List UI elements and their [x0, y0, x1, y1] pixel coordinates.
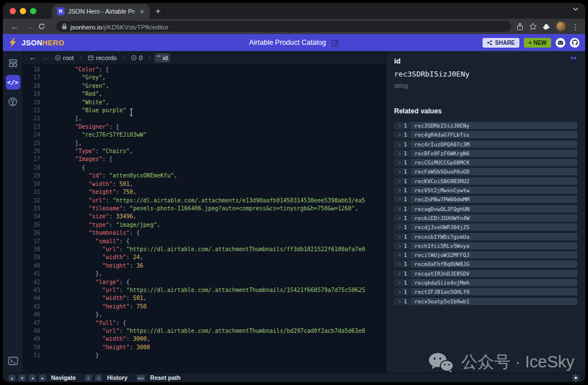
code-line[interactable]: 43 "url": "https://dl.airtable.com/.atta… [23, 286, 386, 294]
code-line[interactable]: 34 "size": 33496, [23, 213, 386, 221]
related-value-row[interactable]: ›1rech1fci5RLv5Wuya [394, 242, 577, 249]
tree-view-icon[interactable] [6, 94, 20, 109]
related-value-row[interactable]: ›1recVSt2jMwxnCywtw [394, 187, 577, 194]
jsonhero-logo[interactable]: JSONHERO [9, 38, 64, 47]
code-line[interactable]: 40 "height": 36 [23, 262, 386, 270]
breadcrumb-item-records[interactable]: records [86, 53, 119, 62]
code-line[interactable]: 33 "filename": "pexels-photo-1166406.jpe… [23, 205, 386, 213]
tab-close-icon[interactable]: × [138, 7, 145, 16]
address-bar[interactable]: jsonhero.io/j/KD5KVstvTPfk/editor [56, 21, 511, 32]
related-value-row[interactable]: ›1recBFo9FzF6WKrgN6 [394, 150, 577, 157]
code-line[interactable]: 50 "height": 3000 [23, 344, 386, 352]
code-line[interactable]: 16 "Color": [ [23, 66, 386, 74]
code-line[interactable]: 18 "Green", [23, 82, 386, 90]
code-line[interactable]: 45 "height": 750 [23, 303, 386, 311]
code-line[interactable]: 27 "Images": [ [23, 155, 386, 163]
code-line[interactable]: 24 "recJ76rS7fEJi03wW" [23, 131, 386, 139]
code-line[interactable]: 42 "large": { [23, 278, 386, 286]
related-value-row[interactable]: ›1recKVCoiSBG9B3RU2 [394, 177, 577, 185]
related-value-row[interactable]: ›1recCGiMUCCGp68MCK [394, 159, 577, 166]
code-line[interactable]: 36 "thumbnails": { [23, 229, 386, 237]
related-value-row[interactable]: ›1rec4rIuzOPQA07c3M [394, 141, 577, 148]
new-tab-button[interactable]: + [155, 6, 160, 16]
code-line[interactable]: 47 "full": { [23, 319, 386, 327]
related-value-row[interactable]: ›1recqkdaSiie4njMmh [394, 279, 577, 286]
related-value-row[interactable]: ›1recx5eatp5eIb9wb1 [394, 298, 577, 305]
code-line[interactable]: 51 } [23, 352, 386, 359]
code-line[interactable]: 29 "id": "atten0ycxONEmeKfu", [23, 172, 386, 180]
terminal-icon[interactable] [6, 353, 20, 368]
discord-icon[interactable] [556, 38, 565, 48]
related-value-row[interactable]: ›1recagDvwOLJFQghUN [394, 205, 577, 213]
line-number: 40 [23, 262, 40, 270]
breadcrumb-item-0[interactable]: 0 [129, 53, 145, 62]
related-value-row[interactable]: ›1recdjJvoUWPJ04jZS [394, 223, 577, 231]
related-value-row[interactable]: ›1recmXaFhfBq0UW8JG [394, 260, 577, 268]
code-line[interactable]: 23 "Designer": [ [23, 123, 386, 131]
related-record-id: recx5eatp5eIb9wb1 [411, 298, 577, 305]
share-page-icon[interactable] [517, 23, 523, 31]
edit-title-icon[interactable] [332, 39, 339, 46]
new-document-button[interactable]: + NEW [524, 38, 551, 48]
code-line[interactable]: 22 ], [23, 115, 386, 122]
line-content: }, [48, 311, 102, 319]
line-number: 41 [23, 270, 40, 278]
extensions-puzzle-icon[interactable] [543, 23, 551, 31]
related-value-row[interactable]: ›1rectIFJB1ao5OHLf0 [394, 288, 577, 295]
arrow-right-key-icon: ▶ [39, 375, 46, 381]
related-record-id: recmXaFhfBq0UW8JG [411, 260, 577, 268]
code-line[interactable]: 48 "url": "https://dl.airtable.com/.atta… [23, 327, 386, 335]
code-line[interactable]: 30 "width": 501, [23, 180, 386, 188]
bookmark-star-icon[interactable] [529, 23, 537, 30]
path-forward-button[interactable]: → [41, 53, 48, 62]
theme-toggle-icon[interactable] [572, 374, 579, 382]
code-line[interactable]: 20 "White", [23, 99, 386, 107]
browser-tab[interactable]: R JSON Hero - Airtable Product C × [52, 4, 150, 19]
code-line[interactable]: 39 "width": 24, [23, 253, 386, 261]
forward-button[interactable]: → [23, 22, 36, 31]
related-value-row[interactable]: ›1rec3SDRbI5izJ0ENy [394, 122, 577, 129]
code-line[interactable]: 17 "Grey", [23, 74, 386, 82]
code-line[interactable]: 25 ], [23, 139, 386, 147]
column-view-icon[interactable] [6, 56, 20, 70]
code-line[interactable]: 49 "width": 3000, [23, 335, 386, 343]
tab-search-chevron-icon[interactable] [573, 7, 578, 11]
profile-avatar[interactable] [556, 22, 566, 31]
code-line[interactable]: 46 }, [23, 311, 386, 319]
code-line[interactable]: 28 { [23, 164, 386, 172]
related-value-row[interactable]: ›1recbiEDrJOXHWfn4W [394, 214, 577, 222]
breadcrumb-item-id[interactable]: “id [155, 53, 170, 62]
code-line[interactable]: 41 }, [23, 270, 386, 278]
back-button[interactable]: ← [9, 22, 21, 31]
json-view-icon[interactable]: </> [6, 75, 20, 90]
related-record-id: recVSt2jMwxnCywtw [411, 187, 577, 194]
related-value-row[interactable]: ›1recZnPBw7PW80dmMM [394, 196, 577, 203]
line-number: 19 [23, 90, 40, 98]
json-editor[interactable]: 16 "Color": [17 "Grey",18 "Green",19 "Re… [23, 64, 386, 373]
chevron-right-icon: › [394, 132, 404, 138]
code-line[interactable]: 19 "Red", [23, 90, 386, 98]
code-line[interactable]: 21 "Blue purple" [23, 107, 386, 115]
code-line[interactable]: 32 "url": "https://dl.airtable.com/.atta… [23, 197, 386, 205]
code-line[interactable]: 37 "small": { [23, 238, 386, 246]
code-line[interactable]: 31 "height": 750, [23, 188, 386, 196]
related-value-row[interactable]: ›1rec4gR4daG7FLbTss [394, 131, 577, 138]
zoom-window-button[interactable] [30, 8, 36, 14]
related-value-row[interactable]: ›1recilWUjuW32MFFQJ [394, 251, 577, 259]
detail-panel: id “ rec3SDRbI5izJ0ENy string Related va… [386, 51, 585, 373]
github-icon[interactable] [570, 38, 579, 48]
code-line[interactable]: 44 "width": 501, [23, 294, 386, 302]
related-value-row[interactable]: ›1recesbIYWDz7gzmUa [394, 233, 577, 240]
related-value-row[interactable]: ›1recqatIR3nDJE8SDV [394, 270, 577, 277]
minimize-window-button[interactable] [20, 8, 26, 14]
reload-button[interactable] [38, 23, 50, 30]
share-button[interactable]: SHARE [483, 38, 519, 48]
code-line[interactable]: 26 "Type": "Chairs", [23, 147, 386, 155]
breadcrumb-item-root[interactable]: root [53, 53, 76, 62]
related-value-row[interactable]: ›1recFeWSbSQuoPAuOD [394, 168, 577, 175]
code-line[interactable]: 35 "type": "image/jpeg", [23, 221, 386, 229]
path-back-button[interactable]: ← [29, 53, 36, 62]
browser-menu-icon[interactable]: ⋮ [572, 22, 579, 31]
code-line[interactable]: 38 "url": "https://dl.airtable.com/.atta… [23, 246, 386, 253]
close-window-button[interactable] [10, 8, 16, 14]
